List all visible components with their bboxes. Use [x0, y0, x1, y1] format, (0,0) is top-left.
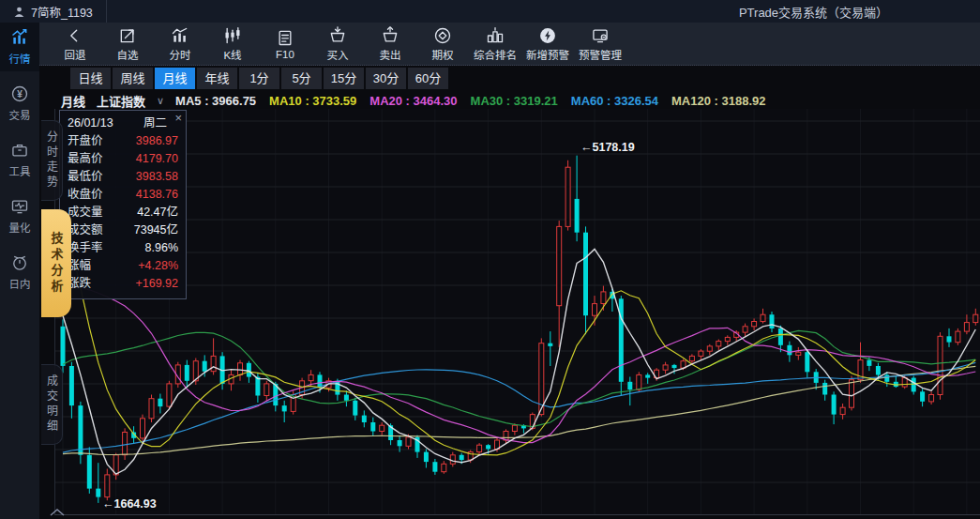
toolbar-button-watchlist[interactable]: 自选 — [101, 23, 154, 65]
toolbar-button-intraday[interactable]: 分时 — [154, 23, 206, 65]
info-date: 26/01/13 — [68, 114, 113, 132]
toolbar-button-option[interactable]: 期权 — [416, 23, 469, 65]
watchlist-icon — [118, 25, 137, 46]
toolbar-label: 综合排名 — [474, 47, 517, 62]
info-row: 最高价4179.70 — [68, 150, 178, 168]
ptrade-window: 7简称_1193 PTrade交易系统（交易端） 行情¥ 交易 工具 量化 日内… — [0, 0, 980, 519]
buy-icon — [328, 25, 347, 46]
ma-legend-ma20: MA20 : 3464.30 — [369, 94, 457, 108]
info-weekday: 周二 — [143, 114, 167, 132]
ma-legend-ma10: MA10 : 3733.59 — [269, 94, 356, 108]
side-tab-3[interactable]: 成交明细 — [41, 364, 63, 445]
info-row: 开盘价3986.97 — [68, 132, 178, 150]
rank-icon — [486, 25, 505, 46]
chevron-down-icon[interactable]: ∨ — [157, 95, 164, 107]
symbol-selector[interactable]: 上证指数 — [97, 92, 145, 110]
trade-icon: ¥ — [10, 84, 29, 105]
info-row: 成交量42.47亿 — [68, 204, 178, 221]
quant-icon — [10, 197, 29, 218]
sidebar-label: 交易 — [9, 107, 31, 122]
period-tab-日线[interactable]: 日线 — [70, 68, 111, 89]
sidebar-item-quant[interactable]: 量化 — [0, 191, 39, 240]
sidebar-item-market[interactable]: 行情 — [0, 23, 39, 71]
toolbar-button-rank[interactable]: 综合排名 — [469, 23, 521, 65]
title-bar: 7简称_1193 PTrade交易系统（交易端） — [0, 0, 980, 23]
toolbar-label: 预警管理 — [579, 47, 622, 62]
intra-icon — [10, 253, 29, 274]
chart-canvas — [55, 109, 980, 514]
sell-icon — [381, 25, 400, 46]
info-row: 涨跌+169.92 — [68, 275, 178, 293]
toolbar-label: 新增预警 — [526, 47, 569, 62]
toolbar-label: 卖出 — [380, 47, 401, 62]
period-tab-5分[interactable]: 5分 — [281, 68, 322, 89]
user-name: 7简称_1193 — [31, 3, 93, 21]
toolbar-label: K线 — [223, 47, 241, 62]
kline-icon — [223, 25, 242, 46]
intraday-icon — [171, 25, 189, 46]
toolbar-button-back[interactable]: 回退 — [49, 23, 101, 65]
period-tab-月线[interactable]: 月线 — [155, 68, 195, 89]
ma-legend-ma60: MA60 : 3326.54 — [571, 94, 658, 108]
market-view: 日线周线月线年线1分5分15分30分60分 月线 上证指数 ∨ MA5 : 39… — [39, 66, 980, 519]
user-icon — [13, 6, 25, 18]
candlestick-chart[interactable]: ←5178.19 ←1664.93 × 26/01/13 周二 开盘价3986.… — [54, 109, 980, 515]
info-row: 成交额73945亿 — [68, 221, 178, 239]
ma-legend-ma30: MA30 : 3319.21 — [471, 94, 558, 108]
toolbar-label: 分时 — [170, 47, 191, 62]
f10-icon — [276, 27, 294, 48]
side-tab-1[interactable]: 分时走势 — [41, 120, 63, 201]
period-tab-年线[interactable]: 年线 — [197, 68, 237, 89]
market-icon — [10, 28, 29, 49]
toolbar-button-buy[interactable]: 买入 — [311, 23, 364, 65]
period-tab-1分[interactable]: 1分 — [239, 68, 279, 89]
toolbar-button-sell[interactable]: 卖出 — [364, 23, 416, 65]
toolbar-label: 自选 — [117, 47, 139, 62]
toolbar-button-kline[interactable]: K线 — [206, 23, 259, 65]
alert-manage-icon — [591, 25, 610, 46]
ma-legend-ma120: MA120 : 3188.92 — [671, 94, 765, 108]
user-account[interactable]: 7简称_1193 — [0, 0, 107, 23]
svg-text:¥: ¥ — [17, 89, 23, 99]
close-icon[interactable]: × — [174, 112, 182, 124]
toolbar-label: 期权 — [432, 47, 454, 62]
period-tab-15分[interactable]: 15分 — [324, 68, 364, 89]
sidebar-label: 工具 — [9, 163, 31, 178]
sidebar-label: 量化 — [9, 220, 31, 235]
sidebar-label: 行情 — [9, 51, 31, 66]
sidebar-item-intra[interactable]: 日内 — [0, 248, 39, 297]
toolbar-button-f10[interactable]: F10 — [259, 23, 311, 65]
info-row: 收盘价4138.76 — [68, 186, 178, 204]
alert-add-icon — [538, 25, 557, 46]
toolbar-button-alert-manage[interactable]: 预警管理 — [574, 23, 626, 65]
toolbar-label: 买入 — [327, 47, 349, 62]
info-row: 最低价3983.58 — [68, 168, 178, 186]
period-tab-30分[interactable]: 30分 — [366, 68, 406, 89]
side-tab-2[interactable]: 技术分析 — [41, 209, 71, 317]
sidebar-item-trade[interactable]: ¥ 交易 — [0, 79, 39, 128]
sidebar-item-tools[interactable]: 工具 — [0, 135, 39, 184]
ma-legend: MA5 : 3966.75MA10 : 3733.59MA20 : 3464.3… — [175, 94, 765, 108]
back-icon — [66, 25, 84, 46]
option-icon — [433, 25, 452, 46]
ma-legend-ma5: MA5 : 3966.75 — [175, 94, 256, 108]
chevron-up-icon[interactable] — [47, 505, 68, 516]
period-tab-周线[interactable]: 周线 — [113, 68, 153, 89]
tools-icon — [10, 141, 29, 161]
window-title: PTrade交易系统（交易端） — [713, 3, 914, 21]
info-row: 涨幅+4.28% — [68, 257, 178, 275]
chart-period-label: 月线 — [61, 92, 85, 110]
period-tabs: 日线周线月线年线1分5分15分30分60分 — [70, 68, 448, 89]
period-tab-60分[interactable]: 60分 — [408, 68, 448, 89]
toolbar-label: 回退 — [65, 47, 86, 62]
toolbar-button-alert-add[interactable]: 新增预警 — [521, 23, 574, 65]
candle-info-panel: × 26/01/13 周二 开盘价3986.97最高价4179.70最低价398… — [59, 110, 187, 299]
toolbar: 回退 自选 分时 K线 F10 买入 卖出 期权 综合排名 新增预警 预警管理 — [39, 23, 980, 66]
left-sidebar: 行情¥ 交易 工具 量化 日内 — [0, 23, 39, 519]
info-row: 换手率8.96% — [68, 239, 178, 257]
chart-header: 月线 上证指数 ∨ MA5 : 3966.75MA10 : 3733.59MA2… — [61, 93, 765, 109]
sidebar-label: 日内 — [9, 276, 31, 291]
toolbar-label: F10 — [276, 49, 294, 60]
